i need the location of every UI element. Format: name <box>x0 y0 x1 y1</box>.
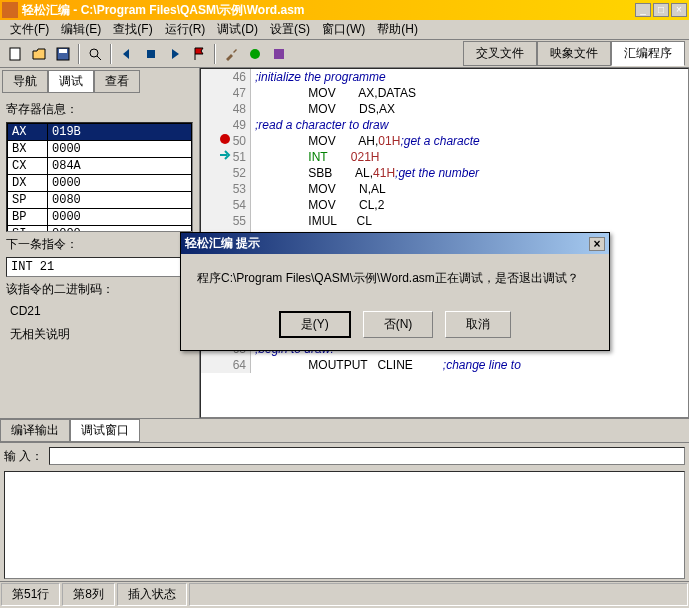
menu-item[interactable]: 文件(F) <box>4 19 55 40</box>
binary-label: 该指令的二进制码： <box>6 281 193 298</box>
menu-item[interactable]: 窗口(W) <box>316 19 371 40</box>
close-button[interactable]: × <box>671 3 687 17</box>
confirm-dialog: 轻松汇编 提示 × 程序C:\Program Files\QASM\示例\Wor… <box>180 232 610 351</box>
save-file-icon[interactable] <box>52 43 74 65</box>
register-list[interactable]: AX019BBX0000CX084ADX0000SP0080BP0000SI00… <box>6 122 193 232</box>
register-row[interactable]: CX084A <box>8 158 192 175</box>
bottom-tab-bar: 编译输出调试窗口 <box>0 418 689 442</box>
register-row[interactable]: SP0080 <box>8 192 192 209</box>
next-instr-value: INT 21 <box>6 257 193 277</box>
svg-point-3 <box>90 49 98 57</box>
help-icon[interactable] <box>268 43 290 65</box>
register-row[interactable]: AX019B <box>8 124 192 141</box>
output-log[interactable] <box>4 471 685 579</box>
step-back-icon[interactable] <box>116 43 138 65</box>
register-row[interactable]: BP0000 <box>8 209 192 226</box>
register-row[interactable]: SI0000 <box>8 226 192 233</box>
status-line: 第51行 <box>1 583 60 606</box>
settings-icon[interactable] <box>244 43 266 65</box>
file-tab[interactable]: 映象文件 <box>537 41 611 66</box>
left-tab-bar: 导航调试查看 <box>2 70 197 93</box>
binary-value: CD21 <box>6 302 193 320</box>
window-buttons: _ □ × <box>635 3 687 17</box>
tools-icon[interactable] <box>220 43 242 65</box>
status-spacer <box>189 583 688 606</box>
status-mode: 插入状态 <box>117 583 187 606</box>
debug-panel: 寄存器信息： AX019BBX0000CX084ADX0000SP0080BP0… <box>2 93 197 353</box>
file-tab[interactable]: 汇编程序 <box>611 41 685 66</box>
statusbar: 第51行 第8列 插入状态 <box>0 581 689 607</box>
status-col: 第8列 <box>62 583 115 606</box>
run-icon[interactable] <box>164 43 186 65</box>
stop-icon[interactable] <box>140 43 162 65</box>
menu-item[interactable]: 编辑(E) <box>55 19 107 40</box>
bottom-tab[interactable]: 编译输出 <box>0 419 70 442</box>
file-tab-bar: 交叉文件映象文件汇编程序 <box>463 41 685 66</box>
left-panel: 导航调试查看 寄存器信息： AX019BBX0000CX084ADX0000SP… <box>0 68 200 418</box>
flag-icon[interactable] <box>188 43 210 65</box>
dialog-titlebar: 轻松汇编 提示 × <box>181 233 609 254</box>
yes-button[interactable]: 是(Y) <box>279 311 351 338</box>
register-label: 寄存器信息： <box>6 101 193 118</box>
menubar: 文件(F)编辑(E)查找(F)运行(R)调试(D)设置(S)窗口(W)帮助(H) <box>0 20 689 40</box>
menu-item[interactable]: 调试(D) <box>211 19 264 40</box>
svg-point-8 <box>220 134 230 144</box>
bottom-tab[interactable]: 调试窗口 <box>70 419 140 442</box>
svg-rect-2 <box>59 49 67 53</box>
no-button[interactable]: 否(N) <box>363 311 434 338</box>
menu-item[interactable]: 设置(S) <box>264 19 316 40</box>
open-file-icon[interactable] <box>28 43 50 65</box>
next-instr-label: 下一条指令： <box>6 236 193 253</box>
register-row[interactable]: BX0000 <box>8 141 192 158</box>
no-description: 无相关说明 <box>6 320 193 349</box>
maximize-button[interactable]: □ <box>653 3 669 17</box>
minimize-button[interactable]: _ <box>635 3 651 17</box>
svg-point-6 <box>250 49 260 59</box>
svg-rect-7 <box>274 49 284 59</box>
input-label: 输 入： <box>4 448 43 465</box>
file-tab[interactable]: 交叉文件 <box>463 41 537 66</box>
dialog-title: 轻松汇编 提示 <box>185 235 260 252</box>
window-title: 轻松汇编 - C:\Program Files\QASM\示例\Word.asm <box>22 2 635 19</box>
svg-rect-5 <box>147 50 155 58</box>
new-file-icon[interactable] <box>4 43 26 65</box>
dialog-close-button[interactable]: × <box>589 237 605 251</box>
left-tab[interactable]: 查看 <box>94 70 140 93</box>
debug-io-panel: 输 入： <box>0 442 689 469</box>
cancel-button[interactable]: 取消 <box>445 311 511 338</box>
dialog-message: 程序C:\Program Files\QASM\示例\Word.asm正在调试，… <box>181 254 609 303</box>
svg-rect-0 <box>10 48 20 60</box>
menu-item[interactable]: 运行(R) <box>159 19 212 40</box>
register-row[interactable]: DX0000 <box>8 175 192 192</box>
left-tab[interactable]: 调试 <box>48 70 94 93</box>
find-icon[interactable] <box>84 43 106 65</box>
svg-line-4 <box>97 56 101 60</box>
titlebar: 轻松汇编 - C:\Program Files\QASM\示例\Word.asm… <box>0 0 689 20</box>
left-tab[interactable]: 导航 <box>2 70 48 93</box>
toolbar: 交叉文件映象文件汇编程序 <box>0 40 689 68</box>
menu-item[interactable]: 查找(F) <box>107 19 158 40</box>
menu-item[interactable]: 帮助(H) <box>371 19 424 40</box>
debug-input[interactable] <box>49 447 685 465</box>
app-icon <box>2 2 18 18</box>
dialog-buttons: 是(Y) 否(N) 取消 <box>181 303 609 350</box>
